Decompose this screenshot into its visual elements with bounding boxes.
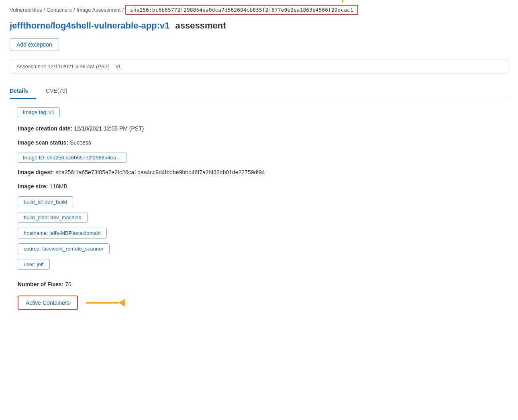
title-row: jeffthorne/log4shell-vulnerable-app:v1 a… (10, 20, 508, 31)
left-arrow-head (118, 299, 125, 307)
image-tag-badge: Image tag: v1 (18, 107, 508, 124)
active-containers-link[interactable]: Active Containers (18, 296, 78, 310)
image-size-label: Image size: (18, 183, 48, 190)
breadcrumb-vulnerabilities[interactable]: Vulnerabilities (10, 7, 42, 13)
build-plan-row: build_plan: dev_machine (18, 212, 508, 228)
hostname-row: hostname: jeffs-MBP.localdomain (18, 228, 508, 243)
build-id-row: build_id: dev_build (18, 196, 508, 212)
content-area: Image tag: v1 Image creation date: 12/10… (10, 107, 508, 310)
image-scan-status-row: Image scan status: Success (18, 139, 508, 147)
tab-details[interactable]: Details (10, 84, 36, 99)
assessment-version: v1 (115, 63, 121, 69)
breadcrumb: Vulnerabilities / Containers / Image Ass… (10, 5, 508, 15)
image-creation-date-label: Image creation date: (18, 125, 72, 132)
source-badge: source: lacework_remote_scanner (18, 243, 110, 254)
image-tag-text: Image tag: v1 (18, 107, 60, 117)
add-exception-button[interactable]: Add exception (10, 38, 59, 51)
breadcrumb-sep-1: / (43, 7, 45, 13)
assessment-text: Assessment: 12/11/2021 6:38 AM (PST) (16, 63, 110, 69)
number-fixes-label: Number of Fixes: (18, 281, 63, 287)
image-size-value: 116MB (49, 183, 67, 190)
hostname-badge: hostname: jeffs-MBP.localdomain (18, 228, 107, 239)
tab-cve[interactable]: CVE(70) (46, 84, 75, 99)
left-arrow-annotation (86, 299, 125, 307)
page-container: Vulnerabilities / Containers / Image Ass… (0, 0, 518, 326)
user-badge: user: jeff (18, 259, 50, 270)
hash-wrapper: sha256:bc6b65772f298854ea0dca7d562684cb8… (125, 5, 358, 15)
image-digest-row: Image digest: sha256:1a65e73f85a7e2fc26c… (18, 168, 508, 177)
left-arrow-shaft (86, 302, 118, 304)
image-creation-date-row: Image creation date: 12/10/2021 12:55 PM… (18, 124, 508, 133)
assessment-info-bar: Assessment: 12/11/2021 6:38 AM (PST) v1 (10, 59, 508, 74)
number-fixes-row: Number of Fixes: 70 (18, 281, 508, 287)
tabs: Details CVE(70) (10, 84, 508, 99)
image-digest-label: Image digest: (18, 169, 54, 175)
source-row: source: lacework_remote_scanner (18, 243, 508, 259)
number-fixes-value: 70 (65, 281, 71, 287)
up-arrow-annotation (339, 0, 346, 2)
image-name: jeffthorne/log4shell-vulnerable-app:v1 (10, 20, 170, 31)
breadcrumb-hash: sha256:bc6b65772f298854ea0dca7d562684cb8… (125, 5, 358, 15)
build-plan-badge: build_plan: dev_machine (18, 212, 88, 223)
image-scan-status-value: Success (70, 139, 91, 146)
breadcrumb-image-assessment[interactable]: Image Assessment (77, 7, 121, 13)
image-id-row: Image ID: sha256:bc6b65772f298854ea ... (18, 153, 508, 168)
build-id-badge: build_id: dev_build (18, 196, 73, 207)
user-row: user: jeff (18, 259, 508, 275)
image-id-badge[interactable]: Image ID: sha256:bc6b65772f298854ea ... (18, 153, 127, 163)
image-creation-date-value: 12/10/2021 12:55 PM (PST) (74, 125, 144, 132)
breadcrumb-sep-3: / (122, 7, 124, 13)
assessment-label: assessment (175, 20, 226, 31)
breadcrumb-sep-2: / (73, 7, 75, 13)
breadcrumb-containers[interactable]: Containers (47, 7, 72, 13)
up-arrow-body (342, 0, 343, 2)
image-scan-status-label: Image scan status: (18, 139, 68, 146)
active-containers-row: Active Containers (18, 296, 508, 310)
image-digest-value: sha256:1a65e73f85a7e2fc26ca1baa4cc9d4fbd… (55, 169, 265, 175)
image-size-row: Image size: 116MB (18, 182, 508, 191)
